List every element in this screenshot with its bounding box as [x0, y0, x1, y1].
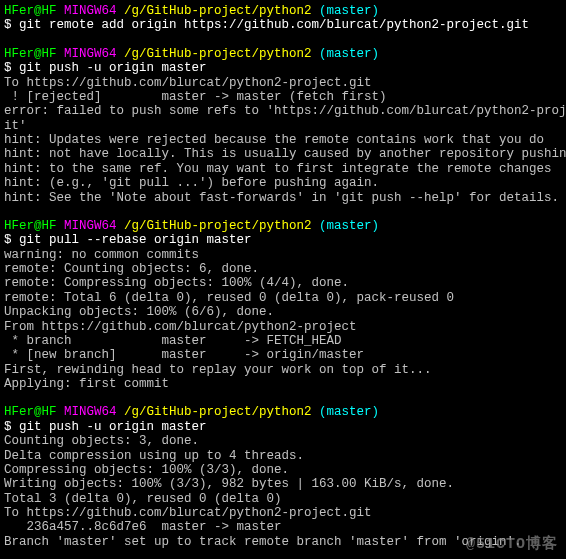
prompt-user: HFer@HF [4, 47, 57, 61]
output-line: 236a457..8c6d7e6 master -> master [4, 520, 562, 534]
command-text: $ git pull --rebase origin master [4, 233, 562, 247]
output-line: it' [4, 119, 562, 133]
output-line: hint: Updates were rejected because the … [4, 133, 562, 147]
prompt-path: /g/GitHub-project/python2 [124, 405, 312, 419]
command-text: $ git push -u origin master [4, 61, 562, 75]
prompt-host: MINGW64 [64, 47, 117, 61]
output-line: hint: to the same ref. You may want to f… [4, 162, 562, 176]
prompt-host: MINGW64 [64, 4, 117, 18]
output-line: Compressing objects: 100% (3/3), done. [4, 463, 562, 477]
output-line: * branch master -> FETCH_HEAD [4, 334, 562, 348]
output-line: hint: See the 'Note about fast-forwards'… [4, 191, 562, 205]
output-line: error: failed to push some refs to 'http… [4, 104, 562, 118]
output-line: To https://github.com/blurcat/python2-pr… [4, 76, 562, 90]
prompt-branch: (master) [319, 405, 379, 419]
output-line: To https://github.com/blurcat/python2-pr… [4, 506, 562, 520]
output-line: First, rewinding head to replay your wor… [4, 363, 562, 377]
output-line: hint: (e.g., 'git pull ...') before push… [4, 176, 562, 190]
output-line: remote: Counting objects: 6, done. [4, 262, 562, 276]
prompt-user: HFer@HF [4, 405, 57, 419]
command-block: HFer@HF MINGW64 /g/GitHub-project/python… [4, 405, 562, 549]
output-line: remote: Compressing objects: 100% (4/4),… [4, 276, 562, 290]
command-text: $ git push -u origin master [4, 420, 562, 434]
output-line: Writing objects: 100% (3/3), 982 bytes |… [4, 477, 562, 491]
prompt-user: HFer@HF [4, 219, 57, 233]
output-line: remote: Total 6 (delta 0), reused 0 (del… [4, 291, 562, 305]
output-line: * [new branch] master -> origin/master [4, 348, 562, 362]
command-text: $ git remote add origin https://github.c… [4, 18, 562, 32]
output-line: warning: no common commits [4, 248, 562, 262]
prompt-line: HFer@HF MINGW64 /g/GitHub-project/python… [4, 47, 562, 61]
output-line: Unpacking objects: 100% (6/6), done. [4, 305, 562, 319]
prompt-branch: (master) [319, 219, 379, 233]
prompt-host: MINGW64 [64, 219, 117, 233]
prompt-branch: (master) [319, 4, 379, 18]
prompt-branch: (master) [319, 47, 379, 61]
watermark-text: @51CTO博客 [466, 536, 558, 553]
command-block: HFer@HF MINGW64 /g/GitHub-project/python… [4, 4, 562, 33]
prompt-user: HFer@HF [4, 4, 57, 18]
terminal-content[interactable]: HFer@HF MINGW64 /g/GitHub-project/python… [4, 4, 562, 559]
command-block: HFer@HF MINGW64 /g/GitHub-project/python… [4, 219, 562, 392]
prompt-path: /g/GitHub-project/python2 [124, 47, 312, 61]
prompt-host: MINGW64 [64, 405, 117, 419]
prompt-line: HFer@HF MINGW64 /g/GitHub-project/python… [4, 4, 562, 18]
command-block: HFer@HF MINGW64 /g/GitHub-project/python… [4, 47, 562, 205]
prompt-line: HFer@HF MINGW64 /g/GitHub-project/python… [4, 219, 562, 233]
output-line: Total 3 (delta 0), reused 0 (delta 0) [4, 492, 562, 506]
output-line: From https://github.com/blurcat/python2-… [4, 320, 562, 334]
output-line: hint: not have locally. This is usually … [4, 147, 562, 161]
prompt-line: HFer@HF MINGW64 /g/GitHub-project/python… [4, 405, 562, 419]
output-line: Counting objects: 3, done. [4, 434, 562, 448]
output-line: ! [rejected] master -> master (fetch fir… [4, 90, 562, 104]
output-line: Delta compression using up to 4 threads. [4, 449, 562, 463]
prompt-path: /g/GitHub-project/python2 [124, 4, 312, 18]
prompt-path: /g/GitHub-project/python2 [124, 219, 312, 233]
output-line: Applying: first commit [4, 377, 562, 391]
